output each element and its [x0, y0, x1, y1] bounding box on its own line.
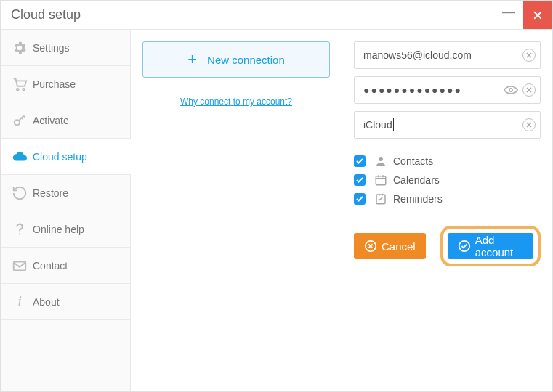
- text-cursor: [393, 118, 394, 131]
- eye-icon: [504, 85, 518, 95]
- cloud-icon: [9, 147, 30, 167]
- close-icon: [533, 11, 542, 20]
- sidebar-item-cloud-setup[interactable]: Cloud setup: [1, 139, 131, 175]
- window-controls: —: [494, 1, 552, 29]
- sync-contacts-row: Contacts: [354, 152, 541, 171]
- sidebar-item-restore[interactable]: Restore: [1, 175, 130, 211]
- cart-icon: [9, 74, 30, 94]
- svg-rect-7: [376, 176, 386, 185]
- add-account-label: Add account: [475, 234, 523, 258]
- password-field-wrap[interactable]: ●●●●●●●●●●●●●: [354, 76, 541, 104]
- connections-column: + New connection Why connect to my accou…: [131, 30, 342, 391]
- restore-icon: [9, 183, 30, 203]
- sidebar-item-label: Cloud setup: [33, 151, 87, 163]
- svg-point-6: [379, 157, 383, 161]
- check-icon: [356, 177, 363, 183]
- contacts-label: Contacts: [393, 155, 433, 167]
- svg-point-5: [509, 89, 512, 91]
- x-icon: [525, 86, 533, 94]
- minimize-button[interactable]: —: [494, 0, 523, 26]
- svg-point-3: [19, 233, 20, 234]
- app-window: Cloud setup — Settings Purchase: [0, 0, 553, 392]
- calendars-checkbox[interactable]: [354, 174, 366, 186]
- key-icon: [9, 110, 30, 131]
- email-field[interactable]: [355, 42, 540, 68]
- clear-name-button[interactable]: [522, 118, 536, 131]
- check-icon: [356, 158, 363, 164]
- window-title: Cloud setup: [11, 7, 81, 23]
- cancel-button[interactable]: Cancel: [354, 233, 426, 259]
- sidebar-item-label: About: [33, 296, 60, 308]
- calendars-label: Calendars: [393, 174, 440, 186]
- svg-point-1: [23, 88, 25, 90]
- sidebar-item-settings[interactable]: Settings: [1, 30, 130, 66]
- password-field[interactable]: ●●●●●●●●●●●●●: [355, 84, 462, 96]
- svg-point-0: [17, 88, 19, 90]
- sync-reminders-row: Reminders: [354, 189, 541, 208]
- reminders-icon: [374, 192, 387, 205]
- add-account-button[interactable]: Add account: [448, 233, 533, 259]
- new-connection-button[interactable]: + New connection: [142, 41, 330, 78]
- sync-options: Contacts Calendars Reminders: [354, 152, 541, 208]
- account-name-value: iCloud: [363, 119, 392, 131]
- reminders-label: Reminders: [393, 193, 443, 205]
- account-name-field[interactable]: iCloud: [355, 118, 394, 131]
- account-name-field-wrap: iCloud: [354, 111, 541, 139]
- sidebar-item-about[interactable]: i About: [1, 284, 130, 320]
- cancel-label: Cancel: [382, 240, 416, 253]
- contacts-icon: [374, 155, 387, 168]
- sidebar-item-online-help[interactable]: Online help: [1, 211, 130, 248]
- clear-password-button[interactable]: [522, 83, 536, 97]
- sidebar-item-label: Purchase: [33, 78, 76, 90]
- sidebar-item-label: Contact: [33, 260, 68, 271]
- gear-icon: [9, 38, 30, 58]
- info-icon: i: [9, 292, 30, 312]
- confirm-icon: [458, 240, 471, 253]
- email-field-wrap: [354, 41, 541, 69]
- sidebar-item-purchase[interactable]: Purchase: [1, 66, 130, 102]
- contacts-checkbox[interactable]: [354, 155, 366, 167]
- reminders-checkbox[interactable]: [354, 193, 366, 205]
- calendar-icon: [374, 173, 387, 187]
- new-connection-label: New connection: [207, 54, 285, 66]
- check-icon: [356, 196, 363, 202]
- sidebar-item-activate[interactable]: Activate: [1, 102, 130, 139]
- svg-point-2: [15, 120, 20, 125]
- cancel-icon: [364, 240, 377, 253]
- close-button[interactable]: [523, 1, 552, 29]
- account-form: ●●●●●●●●●●●●● iCloud: [342, 30, 552, 391]
- clear-email-button[interactable]: [522, 49, 536, 62]
- mail-icon: [9, 256, 30, 276]
- form-actions: Cancel Add account: [354, 226, 541, 266]
- why-connect-link[interactable]: Why connect to my account?: [180, 97, 292, 107]
- sidebar-item-label: Online help: [33, 224, 84, 235]
- title-bar: Cloud setup —: [1, 1, 552, 30]
- sidebar-item-label: Activate: [33, 115, 69, 126]
- plus-icon: +: [187, 50, 197, 69]
- x-icon: [525, 121, 533, 128]
- x-icon: [525, 52, 533, 59]
- sidebar: Settings Purchase Activate Cloud setup: [1, 30, 131, 391]
- sync-calendars-row: Calendars: [354, 171, 541, 189]
- help-icon: [9, 219, 30, 240]
- show-password-button[interactable]: [504, 85, 518, 95]
- sidebar-item-label: Restore: [33, 187, 68, 199]
- add-account-highlight: Add account: [440, 226, 541, 266]
- sidebar-item-contact[interactable]: Contact: [1, 248, 130, 284]
- sidebar-item-label: Settings: [33, 42, 70, 54]
